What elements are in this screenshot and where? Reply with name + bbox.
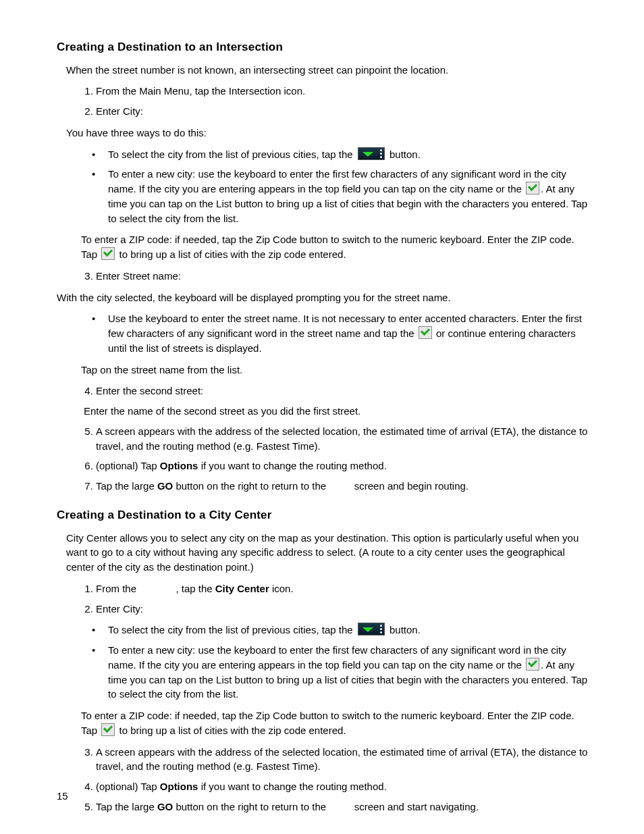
- step-item: A screen appears with the address of the…: [96, 424, 590, 454]
- step-item: Enter City:: [96, 104, 590, 119]
- text: To enter a new city: use the keyboard to…: [108, 644, 566, 671]
- text: screen and begin routing.: [352, 480, 468, 492]
- intro-text-2: City Center allows you to select any cit…: [66, 531, 590, 575]
- go-label: GO: [157, 480, 173, 492]
- go-label: GO: [157, 801, 173, 812]
- text: screen and start navigating.: [352, 801, 479, 812]
- text: Tap the large: [96, 480, 157, 492]
- check-icon: [101, 247, 115, 260]
- text: button on the right to return to the: [173, 480, 329, 492]
- list-item: Use the keyboard to enter the street nam…: [108, 311, 590, 355]
- street-options-list: Use the keyboard to enter the street nam…: [80, 311, 590, 355]
- city-options-list: To select the city from the list of prev…: [80, 147, 590, 226]
- step-item: (optional) Tap Options if you want to ch…: [96, 779, 590, 794]
- options-label: Options: [160, 460, 198, 471]
- text: to bring up a list of cities with the zi…: [116, 725, 346, 736]
- three-ways-text: You have three ways to do this:: [66, 126, 590, 140]
- intro-text: When the street number is not known, an …: [66, 63, 590, 78]
- step-item: From the , tap the City Center icon.: [96, 581, 590, 596]
- text: From the: [96, 583, 139, 594]
- city-center-label: City Center: [215, 583, 269, 594]
- street-tap-text: Tap on the street name from the list.: [81, 363, 590, 377]
- step4-sub: Enter the name of the second street as y…: [84, 404, 590, 419]
- text: Enter the second street:: [96, 385, 203, 396]
- step-item: A screen appears with the address of the…: [96, 745, 590, 775]
- text: To select the city from the list of prev…: [108, 149, 356, 160]
- text: button.: [390, 624, 421, 635]
- check-icon: [526, 182, 539, 194]
- city-options-list-2: To select the city from the list of prev…: [80, 623, 590, 702]
- page-number: 15: [57, 789, 68, 804]
- text: icon.: [269, 583, 294, 594]
- step-item: From the Main Menu, tap the Intersection…: [96, 84, 590, 99]
- step-item: Enter the second street: Enter the name …: [96, 384, 590, 419]
- check-icon: [101, 723, 115, 736]
- text: , tap the: [176, 583, 215, 594]
- text: (optional) Tap: [96, 781, 160, 792]
- zip-text: To enter a ZIP code: if needed, tap the …: [81, 232, 590, 262]
- step-item: (optional) Tap Options if you want to ch…: [96, 459, 590, 473]
- list-item: To enter a new city: use the keyboard to…: [108, 167, 590, 226]
- steps-list-2b: A screen appears with the address of the…: [80, 745, 590, 814]
- list-item: To select the city from the list of prev…: [108, 623, 590, 637]
- list-item: To enter a new city: use the keyboard to…: [108, 643, 590, 702]
- text: button on the right to return to the: [173, 801, 329, 812]
- check-icon: [526, 658, 539, 671]
- dropdown-icon: [358, 147, 385, 160]
- text: To enter a new city: use the keyboard to…: [108, 168, 566, 194]
- zip-text-2: To enter a ZIP code: if needed, tap the …: [81, 708, 590, 738]
- text: to bring up a list of cities with the zi…: [116, 249, 346, 260]
- steps-list-1b: Enter Street name:: [80, 269, 590, 284]
- text: Tap the large: [96, 801, 157, 812]
- step-item: Tap the large GO button on the right to …: [96, 479, 590, 494]
- heading-city-center: Creating a Destination to a City Center: [57, 507, 590, 524]
- dropdown-icon: [358, 623, 385, 635]
- steps-list-2: From the , tap the City Center icon. Ent…: [80, 581, 590, 617]
- options-label: Options: [160, 781, 198, 792]
- text: (optional) Tap: [96, 460, 160, 471]
- check-icon: [419, 326, 432, 339]
- text: To select the city from the list of prev…: [108, 624, 356, 635]
- steps-list-1: From the Main Menu, tap the Intersection…: [80, 84, 590, 119]
- step-item: Enter City:: [96, 602, 590, 617]
- text: if you want to change the routing method…: [198, 781, 386, 792]
- text: button.: [390, 149, 421, 160]
- step-item: Tap the large GO button on the right to …: [96, 800, 590, 814]
- step-item: Enter Street name:: [96, 269, 590, 284]
- list-item: To select the city from the list of prev…: [108, 147, 590, 162]
- text: if you want to change the routing method…: [198, 460, 386, 471]
- heading-intersection: Creating a Destination to an Intersectio…: [57, 39, 590, 56]
- street-intro: With the city selected, the keyboard wil…: [57, 290, 590, 305]
- steps-list-1c: Enter the second street: Enter the name …: [80, 384, 590, 494]
